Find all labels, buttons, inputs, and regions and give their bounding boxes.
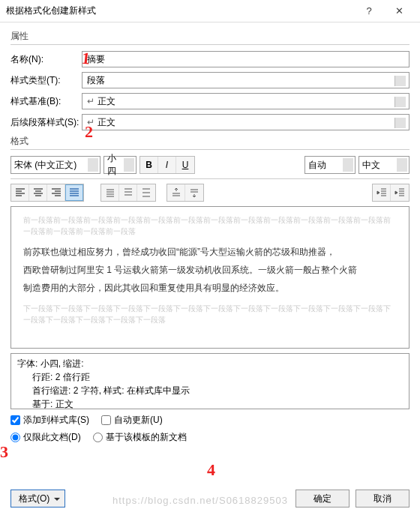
radio-label: 基于该模板的新文档 — [106, 431, 187, 444]
preview-line: 西欧曾研制过阿里安 1 号运载火箭第一级发动机收回系统。一级火箭一般占整个火箭 — [23, 261, 397, 279]
format-menu-button[interactable]: 格式(O) — [10, 490, 65, 508]
divider — [10, 149, 410, 150]
button-label: 格式(O) — [19, 493, 50, 505]
checkbox-label: 自动更新(U) — [114, 414, 163, 427]
underline-button[interactable]: U — [176, 157, 194, 173]
font-value: 宋体 (中文正文) — [14, 159, 76, 172]
preview-line: 前苏联也做过相应努力，曾经成功收回“能源”号大型运输火箭的芯级和助推器， — [23, 243, 397, 261]
space-before-button[interactable] — [167, 184, 185, 201]
add-gallery-checkbox[interactable]: 添加到样式库(S) — [10, 414, 89, 427]
based-value: 正文 — [98, 95, 116, 108]
only-doc-radio[interactable]: 仅限此文档(D) — [10, 431, 81, 444]
cancel-button[interactable]: 取消 — [356, 490, 410, 508]
increase-indent-button[interactable] — [391, 184, 409, 201]
type-label: 样式类型(T): — [10, 74, 82, 87]
pilcrow-icon: ↵ — [87, 96, 94, 106]
spacing-15-button[interactable] — [119, 184, 137, 201]
bold-button[interactable]: B — [140, 157, 158, 173]
summary-line: 基于: 正文 — [17, 397, 403, 409]
font-combo[interactable]: 宋体 (中文正文) — [10, 156, 100, 174]
annotation-2: 2 — [85, 122, 93, 142]
space-after-button[interactable] — [185, 184, 203, 201]
based-label: 样式基准(B): — [10, 95, 82, 108]
help-button[interactable]: ? — [354, 0, 384, 22]
new-template-radio[interactable]: 基于该模板的新文档 — [93, 431, 187, 444]
spacing-1-button[interactable] — [101, 184, 119, 201]
properties-group-label: 属性 — [10, 30, 410, 43]
align-right-button[interactable] — [47, 184, 65, 201]
annotation-3: 3 — [0, 442, 8, 462]
auto-update-checkbox[interactable]: 自动更新(U) — [101, 414, 163, 427]
summary-line: 首行缩进: 2 字符, 样式: 在样式库中显示 — [17, 384, 403, 397]
next-value: 正文 — [98, 116, 116, 129]
next-select[interactable]: ↵正文 — [82, 114, 410, 130]
para-spacing-group — [166, 184, 204, 202]
preview-ghost-top: 前一段落前一段落前一段落前一段落前一段落前一段落前一段落前一段落前一段落前一段落… — [23, 214, 397, 237]
align-center-button[interactable] — [29, 184, 47, 201]
divider — [10, 44, 410, 45]
dialog-title: 根据格式化创建新样式 — [6, 4, 354, 17]
align-group — [10, 184, 84, 202]
divider — [10, 178, 410, 179]
indent-group — [372, 184, 410, 202]
italic-button[interactable]: I — [158, 157, 176, 173]
watermark: https://blog.csdn.net/S0618829503 — [112, 495, 288, 506]
size-value: 小四 — [107, 152, 122, 178]
ok-button[interactable]: 确定 — [296, 490, 350, 508]
annotation-4: 4 — [207, 460, 215, 480]
based-select[interactable]: ↵正文 — [82, 93, 410, 109]
size-combo[interactable]: 小四 — [104, 156, 136, 174]
titlebar: 根据格式化创建新样式 ? ✕ — [0, 0, 420, 22]
align-justify-button[interactable] — [65, 184, 83, 201]
spacing-2-button[interactable] — [137, 184, 155, 201]
color-combo[interactable]: 自动 — [304, 156, 356, 174]
preview-ghost-bottom: 下一段落下一段落下一段落下一段落下一段落下一段落下一段落下一段落下一段落下一段落… — [23, 303, 397, 325]
close-button[interactable]: ✕ — [384, 0, 414, 22]
next-label: 后续段落样式(S): — [10, 116, 82, 129]
name-input[interactable] — [82, 51, 410, 67]
summary-box: 字体: 小四, 缩进: 行距: 2 倍行距 首行缩进: 2 字符, 样式: 在样… — [10, 353, 410, 409]
color-value: 自动 — [308, 159, 326, 172]
font-style-group: B I U — [140, 156, 195, 174]
decrease-indent-button[interactable] — [373, 184, 391, 201]
lang-value: 中文 — [362, 159, 380, 172]
type-select[interactable]: 段落 — [82, 72, 410, 88]
radio-label: 仅限此文档(D) — [23, 431, 81, 444]
summary-line: 字体: 小四, 缩进: — [17, 357, 403, 370]
type-value: 段落 — [87, 74, 105, 87]
summary-line: 行距: 2 倍行距 — [17, 370, 403, 384]
button-label: 确定 — [314, 493, 332, 505]
button-label: 取消 — [374, 493, 392, 505]
preview-line: 制造费用的大部分，因此其收回和重复使用具有明显的经济效应。 — [23, 279, 397, 297]
align-left-button[interactable] — [11, 184, 29, 201]
format-group-label: 格式 — [10, 135, 410, 148]
preview-box: 前一段落前一段落前一段落前一段落前一段落前一段落前一段落前一段落前一段落前一段落… — [10, 206, 410, 349]
spacing-group — [100, 184, 156, 202]
lang-combo[interactable]: 中文 — [358, 156, 410, 174]
name-label: 名称(N): — [10, 53, 82, 66]
checkbox-label: 添加到样式库(S) — [23, 414, 89, 427]
